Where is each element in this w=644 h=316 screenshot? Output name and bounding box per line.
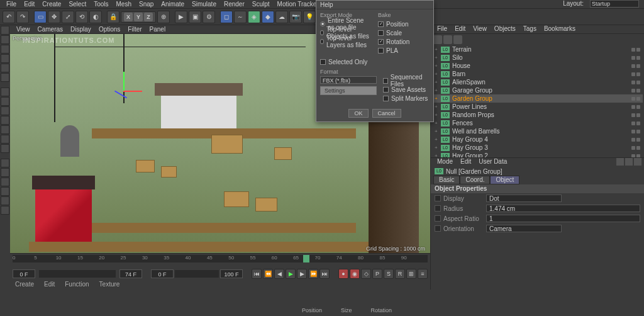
point-mode[interactable] [1, 54, 9, 63]
viewport-solo[interactable] [1, 97, 9, 106]
tl-key-scale[interactable]: S [384, 269, 394, 279]
render-dot[interactable] [636, 105, 640, 109]
tl-keyframe-sel[interactable]: ◇ [361, 269, 371, 279]
attr-value[interactable]: Camera [486, 225, 562, 232]
attr-fwd-icon[interactable] [625, 158, 633, 166]
export-dialog[interactable]: Help Export Mode Entire Scene as one fil… [316, 0, 434, 122]
tl-play[interactable]: ▶ [286, 269, 296, 279]
expand-icon[interactable]: + [435, 153, 441, 157]
attr-edit[interactable]: Edit [457, 158, 475, 167]
tl-record[interactable]: ● [338, 269, 348, 279]
tl-end-frame[interactable]: 74 F [119, 269, 142, 278]
object-item-alienspawn[interactable]: +L0AlienSpawn [432, 78, 643, 86]
visibility-dot[interactable] [631, 81, 635, 84]
tl-next-frame[interactable]: ▶ [297, 269, 307, 279]
render-dot[interactable] [636, 81, 640, 84]
object-item-terrain[interactable]: +L0Terrain [432, 45, 643, 54]
object-item-well-and-barrells[interactable]: +L0Well and Barrells [432, 127, 643, 135]
add-cube[interactable]: ◻ [220, 11, 233, 23]
chk-split-markers[interactable] [383, 96, 389, 101]
edge-mode[interactable] [1, 64, 9, 72]
object-item-power-lines[interactable]: +L0Power Lines [432, 103, 643, 111]
tl-key-pla[interactable]: ≡ [418, 269, 428, 279]
visibility-dot[interactable] [631, 105, 635, 109]
tl-range-bar[interactable] [175, 270, 219, 278]
format-dropdown[interactable]: FBX (*.fbx) [320, 76, 377, 84]
attr-enable-chk[interactable] [435, 205, 441, 212]
bake-rotation[interactable]: Rotation [386, 38, 409, 45]
layout-dropdown[interactable]: Startup [590, 0, 639, 8]
tl-next-key[interactable]: ⏩ [308, 269, 318, 279]
expand-icon[interactable]: + [435, 47, 441, 52]
menu-motiontracker[interactable]: Motion Tracker [274, 1, 323, 8]
object-item-fences[interactable]: +L0Fences [432, 119, 643, 127]
expand-icon[interactable]: + [435, 112, 441, 118]
expand-icon[interactable]: + [435, 63, 441, 69]
add-deformer[interactable]: ◆ [262, 11, 274, 23]
axis-z[interactable]: Z [144, 13, 153, 21]
render-view[interactable]: ▶ [175, 11, 187, 23]
attr-enable-chk[interactable] [435, 195, 441, 201]
selected-only-label[interactable]: Selected Only [328, 59, 367, 65]
chk-rotation[interactable]: ✓ [378, 39, 384, 45]
visibility-dot[interactable] [631, 48, 635, 52]
om-objects[interactable]: Objects [491, 25, 519, 33]
bake-scale[interactable]: Scale [386, 30, 402, 37]
axis-y[interactable]: Y [134, 13, 143, 21]
gizmo-x-axis[interactable] [123, 91, 142, 92]
vp-panel[interactable]: Panel [146, 26, 170, 33]
axis-x[interactable]: X [124, 13, 133, 21]
tl-range-start[interactable]: 0 F [151, 269, 174, 278]
attr-userdata[interactable]: User Data [475, 158, 511, 167]
mat-edit[interactable]: Edit [42, 281, 57, 290]
normal-mode[interactable] [1, 178, 9, 186]
expand-icon[interactable]: + [435, 96, 441, 101]
locked-workplane[interactable] [1, 135, 9, 144]
render-region[interactable]: ▣ [189, 11, 201, 23]
save-assets-label[interactable]: Save Assets [391, 86, 426, 93]
attr-tab-basic[interactable]: Basic [433, 176, 460, 184]
undo-button[interactable]: ↶ [3, 11, 15, 23]
workplane-snap[interactable] [1, 125, 9, 134]
menu-sculpt[interactable]: Sculpt [248, 1, 274, 8]
mat-function[interactable]: Function [62, 281, 91, 290]
radio-entire-scene[interactable] [320, 21, 325, 26]
object-item-house[interactable]: +L0House [432, 62, 643, 70]
render-dot[interactable] [636, 146, 640, 150]
object-item-garden-group[interactable]: +L0Garden Group [432, 94, 643, 103]
chk-scale[interactable] [378, 30, 384, 36]
render-settings[interactable]: ⚙ [203, 11, 215, 23]
object-item-random-props[interactable]: +L0Random Props [432, 111, 643, 119]
tl-autokey[interactable]: ◉ [350, 269, 360, 279]
tl-scrollbar[interactable] [39, 270, 116, 278]
om-bookmarks[interactable]: Bookmarks [540, 25, 579, 33]
object-item-hay-group-4[interactable]: +L0Hay Group 4 [432, 135, 643, 144]
vp-options[interactable]: Options [95, 26, 124, 33]
timeline-playhead[interactable] [303, 255, 309, 262]
menu-file[interactable]: File [3, 1, 20, 8]
render-dot[interactable] [636, 121, 640, 125]
last-tool[interactable]: ◐ [89, 11, 102, 23]
axis-mode[interactable] [1, 87, 9, 96]
tl-goto-start[interactable]: ⏮ [252, 269, 262, 279]
attr-enable-chk[interactable] [435, 225, 441, 232]
chk-save-assets[interactable] [383, 87, 389, 93]
expand-icon[interactable]: + [435, 128, 441, 134]
visibility-dot[interactable] [631, 72, 635, 76]
animation-mode[interactable] [1, 196, 9, 205]
attr-value[interactable]: 1 [486, 215, 640, 222]
radio-toplevel-obj[interactable] [320, 30, 324, 35]
soft-select[interactable] [1, 159, 9, 167]
timeline-ruler[interactable]: 051015202530354045505560657074808590 [10, 253, 430, 267]
object-item-silo[interactable]: +L0Silo [432, 54, 643, 62]
om-search-icon[interactable] [433, 35, 442, 44]
object-item-hay-group-3[interactable]: +L0Hay Group 3 [432, 144, 643, 152]
attr-tab-object[interactable]: Object [490, 176, 519, 184]
menu-edit[interactable]: Edit [20, 1, 38, 8]
tl-key-param[interactable]: ⊞ [406, 269, 416, 279]
om-path-icon[interactable] [453, 35, 462, 44]
render-dot[interactable] [636, 64, 640, 68]
model-mode[interactable] [1, 26, 9, 35]
expand-icon[interactable]: + [435, 104, 441, 110]
expand-icon[interactable]: + [435, 145, 441, 150]
